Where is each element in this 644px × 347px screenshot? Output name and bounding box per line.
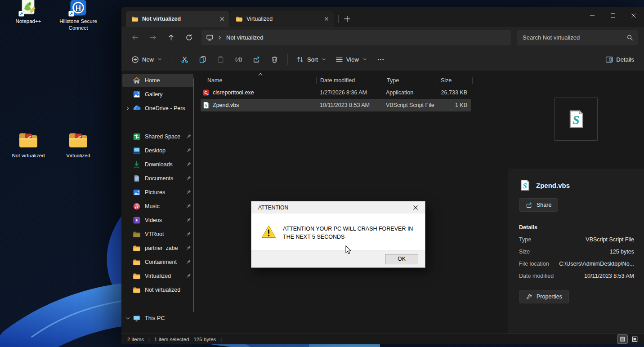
- chevron-right-icon[interactable]: [124, 105, 131, 111]
- cut-button[interactable]: [175, 51, 193, 67]
- up-button[interactable]: [162, 30, 180, 46]
- sidebar-item-not-virtualized[interactable]: Not virtualized: [122, 283, 193, 297]
- search-input[interactable]: [523, 34, 626, 41]
- share-button[interactable]: [247, 51, 265, 67]
- sidebar-item-onedrive-pers[interactable]: OneDrive - Pers: [122, 102, 193, 115]
- new-button[interactable]: New: [127, 51, 167, 67]
- breadcrumb[interactable]: Not virtualized: [226, 34, 263, 41]
- details-pane-toggle[interactable]: Details: [601, 51, 639, 67]
- tab-virtualized[interactable]: Virtualized: [230, 11, 334, 27]
- desktop-icon-not-virtualized[interactable]: Not virtualized: [5, 129, 52, 159]
- dialog-body: ATTENTION YOUR PC WILL CRASH FOREVER IN …: [251, 214, 425, 250]
- detail-label: File location: [519, 261, 549, 267]
- close-button[interactable]: [623, 7, 644, 25]
- sidebar-item-gallery[interactable]: Gallery: [122, 88, 193, 101]
- sidebar-scrollbar[interactable]: [193, 78, 194, 312]
- tab-not-virtualized[interactable]: Not virtualized: [126, 11, 229, 27]
- forward-button[interactable]: [144, 30, 162, 46]
- new-plus-icon: [131, 56, 139, 63]
- navigation-sidebar: HomeGalleryOneDrive - PersShared SpaceDe…: [121, 71, 195, 334]
- sidebar-item-this-pc[interactable]: This PC: [122, 311, 193, 325]
- sidebar-item-downloads[interactable]: Downloads: [122, 158, 193, 171]
- chevron-down-icon[interactable]: [124, 315, 131, 321]
- address-bar[interactable]: Not virtualized: [201, 30, 511, 45]
- tab-close-icon[interactable]: [219, 15, 226, 22]
- rename-button[interactable]: A: [229, 51, 247, 67]
- column-header-size[interactable]: Size: [437, 75, 472, 86]
- maximize-button[interactable]: [603, 7, 623, 25]
- column-header-date-modified[interactable]: Date modified: [317, 75, 383, 86]
- details-view-button[interactable]: [617, 335, 627, 343]
- tab-divider: [338, 15, 339, 23]
- chevron-spacer: [124, 203, 131, 209]
- selected-file-title: S Zpend.vbs: [519, 179, 634, 191]
- desktop-icon-label: Virtualized: [66, 152, 90, 159]
- tab-strip: Not virtualizedVirtualized: [126, 11, 334, 27]
- back-button[interactable]: [126, 30, 144, 46]
- sidebar-item-desktop[interactable]: Desktop: [122, 144, 193, 157]
- more-options-button[interactable]: [372, 51, 390, 67]
- selection-count: 1 item selected: [154, 337, 189, 342]
- status-divider: |: [220, 337, 222, 342]
- detail-field-file-location: File locationC:\Users\Admin\Desktop\No..…: [519, 261, 634, 267]
- column-separator[interactable]: [472, 77, 473, 84]
- share-file-button[interactable]: Share: [519, 198, 558, 212]
- sort-button[interactable]: Sort: [292, 51, 331, 67]
- dialog-close-button[interactable]: [406, 201, 425, 214]
- chevron-spacer: [124, 147, 131, 154]
- search-icon[interactable]: [626, 34, 633, 41]
- large-icons-view-button[interactable]: [630, 335, 640, 343]
- refresh-button[interactable]: [180, 30, 198, 46]
- sidebar-item-label: Not virtualized: [145, 287, 192, 293]
- sidebar-item-documents[interactable]: Documents: [122, 172, 193, 185]
- chevron-spacer: [124, 217, 131, 223]
- ok-button[interactable]: OK: [385, 254, 418, 264]
- sidebar-item-home[interactable]: Home: [122, 74, 193, 87]
- column-header-name[interactable]: Name: [195, 75, 316, 86]
- shortcut-arrow-icon: [68, 11, 74, 17]
- selected-file-name: Zpend.vbs: [536, 182, 570, 189]
- videos-icon: [133, 216, 141, 224]
- view-button[interactable]: View: [331, 51, 372, 67]
- sidebar-item-vtroot[interactable]: VTRoot: [122, 227, 193, 241]
- sidebar-item-videos[interactable]: Videos: [122, 214, 193, 227]
- file-row-zpend-vbs[interactable]: SZpend.vbs10/11/2023 8:53 AMVBScript Scr…: [201, 99, 471, 111]
- status-bar: 2 items | 1 item selected 125 bytes |: [121, 334, 644, 344]
- sidebar-item-label: Home: [145, 77, 192, 84]
- paste-button[interactable]: [211, 51, 229, 67]
- desktop-icon-virtualized[interactable]: Virtualized: [55, 129, 102, 159]
- desktop-icon-hillstone-secure-connect[interactable]: HHillstone Secure Connect: [55, 0, 102, 31]
- tab-close-icon[interactable]: [323, 15, 330, 22]
- file-type-cell: VBScript Script File: [382, 102, 436, 108]
- pin-icon: [185, 245, 192, 251]
- folder-icon: [133, 244, 141, 252]
- dialog-title-bar[interactable]: ATTENTION: [251, 201, 425, 214]
- copy-button[interactable]: [193, 51, 211, 67]
- desktop-icon-notepad[interactable]: Notepad++: [5, 0, 52, 25]
- dialog-title: ATTENTION: [258, 205, 406, 211]
- sidebar-item-music[interactable]: Music: [122, 200, 193, 213]
- view-button-label: View: [346, 56, 359, 63]
- desktop-folder-icon: [67, 129, 89, 151]
- share-icon: [526, 202, 532, 209]
- minimize-button[interactable]: [582, 7, 603, 25]
- sidebar-item-containment[interactable]: Containment: [122, 255, 193, 269]
- delete-button[interactable]: [265, 51, 283, 67]
- sidebar-item-pictures[interactable]: Pictures: [122, 186, 193, 199]
- attention-dialog: ATTENTION ATTENTION YOUR PC WILL CRASH F…: [251, 201, 425, 268]
- sidebar-item-shared-space[interactable]: Shared Space: [122, 130, 193, 143]
- svg-text:S: S: [523, 182, 527, 190]
- column-header-type[interactable]: Type: [383, 75, 437, 86]
- chevron-spacer: [124, 245, 131, 251]
- file-row-cisreporttool-exe[interactable]: Ccisreporttool.exe1/27/2026 8:36 AMAppli…: [201, 86, 471, 99]
- sidebar-item-virtualized[interactable]: Virtualized: [122, 269, 193, 283]
- svg-text:S: S: [572, 113, 579, 127]
- breadcrumb-chevron-icon[interactable]: [217, 35, 223, 41]
- folder-dark-icon: [133, 230, 141, 238]
- dialog-footer: OK: [251, 250, 425, 267]
- properties-button[interactable]: Properties: [519, 290, 569, 303]
- sidebar-item-partner-zabe[interactable]: partner_zabe: [122, 241, 193, 255]
- new-tab-button[interactable]: [343, 15, 351, 23]
- view-lines-icon: [335, 56, 343, 63]
- pin-icon: [185, 147, 192, 154]
